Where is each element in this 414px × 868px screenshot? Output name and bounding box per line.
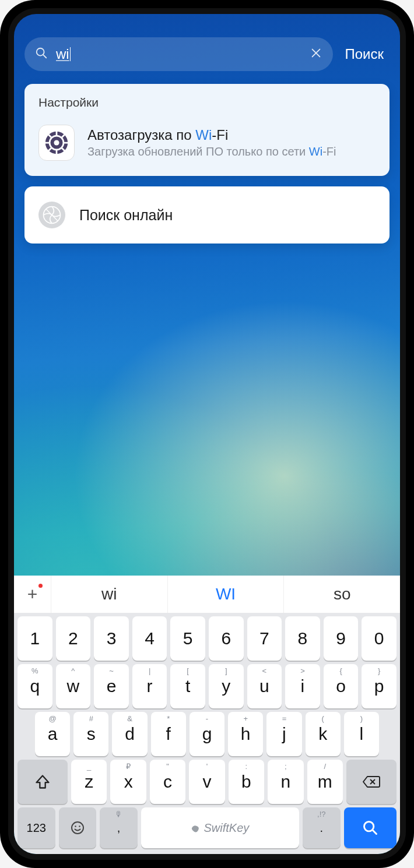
result-item[interactable]: Автозагрузка по Wi-Fi Загрузка обновлени…	[24, 117, 390, 176]
shift-icon	[34, 774, 51, 790]
key-9[interactable]: 9	[324, 616, 359, 661]
key-f[interactable]: *f	[151, 712, 186, 756]
search-key[interactable]	[344, 807, 397, 848]
key-m[interactable]: /m	[307, 760, 343, 804]
key-c[interactable]: "c	[150, 760, 185, 804]
key-secondary: _	[87, 762, 91, 771]
mode-123-key[interactable]: 123	[17, 807, 55, 848]
search-field[interactable]: wi	[24, 37, 333, 71]
key-secondary: @	[49, 714, 57, 723]
svg-point-20	[79, 825, 80, 827]
key-secondary: )	[360, 714, 363, 723]
key-label: 9	[336, 629, 346, 648]
keyboard: + wi WI so 1234567890 %q^w~e|r[t]y<u>i{o…	[14, 576, 400, 854]
key-7[interactable]: 7	[247, 616, 282, 661]
status-bar	[14, 14, 400, 28]
search-button[interactable]: Поиск	[342, 46, 390, 62]
key-secondary: *	[167, 714, 170, 723]
key-label: 3	[107, 629, 117, 648]
key-label: t	[185, 676, 190, 696]
key-b[interactable]: :b	[229, 760, 264, 804]
suggestion-3[interactable]: so	[284, 576, 400, 613]
suggestion-bar: + wi WI so	[14, 576, 400, 613]
result-title: Автозагрузка по Wi-Fi	[87, 127, 336, 143]
suggestion-1[interactable]: wi	[51, 576, 168, 613]
key-p[interactable]: }p	[362, 664, 397, 708]
key-5[interactable]: 5	[170, 616, 205, 661]
key-label: w	[67, 676, 80, 696]
key-n[interactable]: ;n	[268, 760, 303, 804]
results-section-title: Настройки	[24, 84, 390, 117]
key-label: q	[30, 676, 40, 696]
emoji-key[interactable]	[59, 807, 97, 848]
key-1[interactable]: 1	[17, 616, 52, 661]
key-h[interactable]: +h	[228, 712, 263, 756]
key-s[interactable]: #s	[73, 712, 108, 756]
key-label: k	[318, 724, 327, 744]
text-cursor	[70, 47, 71, 61]
mic-icon: 🎙	[115, 810, 122, 818]
key-u[interactable]: <u	[247, 664, 282, 708]
key-secondary: %	[31, 666, 38, 675]
key-q[interactable]: %q	[17, 664, 52, 708]
key-secondary: }	[378, 666, 380, 675]
key-o[interactable]: {o	[324, 664, 359, 708]
online-search-card[interactable]: Поиск онлайн	[24, 186, 390, 244]
key-label: c	[163, 772, 172, 792]
key-j[interactable]: =j	[266, 712, 301, 756]
online-search-label: Поиск онлайн	[79, 207, 173, 224]
key-label: f	[166, 724, 171, 744]
key-x[interactable]: ₽x	[110, 760, 146, 804]
key-k[interactable]: (k	[306, 712, 341, 756]
key-r[interactable]: |r	[132, 664, 167, 708]
key-6[interactable]: 6	[209, 616, 244, 661]
key-2[interactable]: 2	[56, 616, 91, 661]
key-v[interactable]: 'v	[189, 760, 224, 804]
key-secondary: >	[300, 666, 305, 675]
key-t[interactable]: [t	[170, 664, 205, 708]
search-value: wi	[56, 46, 69, 62]
settings-result-card: Настройки	[24, 84, 390, 176]
key-secondary: {	[339, 666, 342, 675]
backspace-key[interactable]	[346, 760, 397, 804]
key-0[interactable]: 0	[362, 616, 397, 661]
key-secondary: "	[166, 762, 169, 771]
key-z[interactable]: _z	[71, 760, 107, 804]
key-secondary: [	[187, 666, 189, 675]
key-4[interactable]: 4	[132, 616, 167, 661]
key-secondary: '	[206, 762, 208, 771]
key-l[interactable]: )l	[344, 712, 379, 756]
key-label: 6	[221, 629, 231, 648]
key-w[interactable]: ^w	[56, 664, 91, 708]
key-e[interactable]: ~e	[94, 664, 129, 708]
clear-icon[interactable]	[310, 47, 322, 62]
suggestion-expand[interactable]: +	[14, 576, 51, 613]
key-8[interactable]: 8	[285, 616, 320, 661]
settings-gear-icon	[38, 125, 75, 161]
key-secondary: -	[206, 714, 208, 723]
notification-dot	[38, 584, 43, 588]
comma-key[interactable]: 🎙,	[100, 807, 138, 848]
period-key[interactable]: ,!?.	[303, 807, 341, 848]
key-i[interactable]: >i	[285, 664, 320, 708]
key-label: 1	[30, 629, 40, 648]
space-key[interactable]: SwiftKey	[141, 807, 299, 848]
key-secondary: ^	[71, 666, 75, 675]
svg-point-18	[72, 822, 83, 834]
key-secondary: ;	[285, 762, 287, 771]
key-secondary: #	[89, 714, 93, 723]
key-label: m	[318, 772, 332, 792]
key-label: u	[259, 676, 269, 696]
key-secondary: (	[321, 714, 324, 723]
suggestion-2[interactable]: WI	[168, 576, 285, 613]
key-y[interactable]: ]y	[209, 664, 244, 708]
key-secondary: ~	[109, 666, 114, 675]
key-a[interactable]: @a	[35, 712, 70, 756]
key-label: 2	[68, 629, 78, 648]
key-g[interactable]: -g	[190, 712, 224, 756]
key-secondary: +	[243, 714, 248, 723]
key-d[interactable]: &d	[112, 712, 147, 756]
key-label: b	[241, 772, 251, 792]
shift-key[interactable]	[17, 760, 68, 804]
key-3[interactable]: 3	[94, 616, 129, 661]
